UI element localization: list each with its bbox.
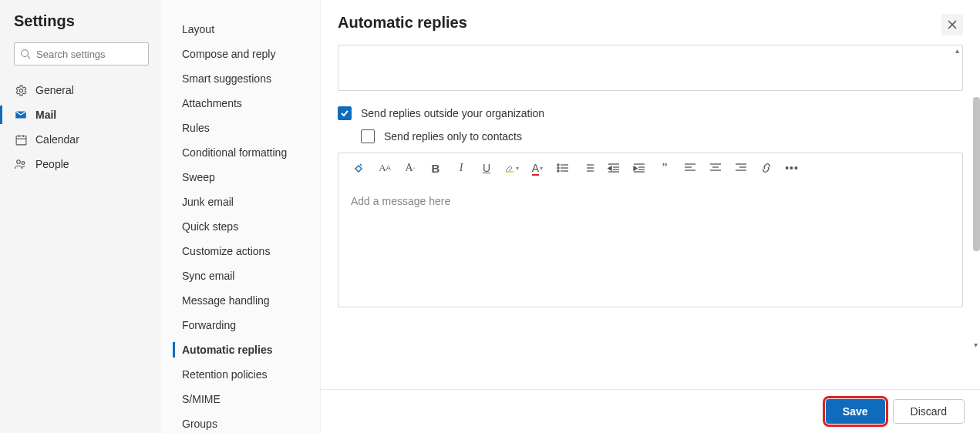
settings-title: Settings bbox=[14, 12, 149, 30]
paint-format-icon[interactable] bbox=[352, 161, 366, 175]
sub-layout[interactable]: Layout bbox=[160, 17, 320, 42]
gear-icon bbox=[14, 83, 28, 97]
people-icon bbox=[14, 157, 28, 171]
checkbox-contacts[interactable] bbox=[361, 129, 375, 143]
sub-junk[interactable]: Junk email bbox=[160, 190, 320, 214]
search-input[interactable] bbox=[14, 42, 149, 65]
check-icon bbox=[340, 109, 349, 118]
editor-placeholder: Add a message here bbox=[351, 195, 450, 207]
close-button[interactable] bbox=[941, 14, 963, 35]
scrollbar-thumb[interactable] bbox=[973, 97, 980, 251]
sub-autoreplies[interactable]: Automatic replies bbox=[160, 337, 320, 362]
calendar-icon bbox=[14, 133, 28, 146]
page-title: Automatic replies bbox=[338, 14, 467, 32]
font-size-icon[interactable]: A◦ bbox=[403, 161, 417, 175]
svg-point-0 bbox=[22, 50, 29, 57]
quote-icon[interactable]: ” bbox=[658, 161, 672, 175]
checkbox-outside-label: Send replies outside your organization bbox=[361, 107, 544, 119]
mail-settings-list: Layout Compose and reply Smart suggestio… bbox=[160, 0, 321, 433]
align-left-icon[interactable] bbox=[683, 161, 697, 175]
svg-point-16 bbox=[557, 167, 559, 169]
sub-quicksteps[interactable]: Quick steps bbox=[160, 214, 320, 239]
sub-retention[interactable]: Retention policies bbox=[160, 362, 320, 387]
scroll-down-icon[interactable]: ▾ bbox=[974, 341, 978, 349]
mail-icon bbox=[14, 108, 28, 122]
nav-calendar-label: Calendar bbox=[35, 133, 79, 146]
footer: Save Discard bbox=[321, 389, 980, 433]
search-wrap bbox=[14, 42, 149, 65]
settings-sidebar: Settings General Mail Calendar People bbox=[0, 0, 160, 433]
sub-rules[interactable]: Rules bbox=[160, 116, 320, 140]
nav-general[interactable]: General bbox=[14, 78, 149, 102]
sub-smart[interactable]: Smart suggestions bbox=[160, 66, 320, 91]
checkbox-row-outside: Send replies outside your organization bbox=[338, 106, 963, 120]
outdent-icon[interactable] bbox=[607, 161, 621, 175]
svg-point-15 bbox=[557, 164, 559, 166]
more-icon[interactable]: ••• bbox=[785, 161, 799, 175]
checkbox-outside[interactable] bbox=[338, 106, 352, 120]
indent-icon[interactable] bbox=[632, 161, 646, 175]
sub-sync[interactable]: Sync email bbox=[160, 263, 320, 288]
nav-general-label: General bbox=[35, 84, 74, 96]
editor-textarea[interactable]: Add a message here bbox=[338, 183, 962, 307]
sub-attachments[interactable]: Attachments bbox=[160, 91, 320, 116]
sub-handling[interactable]: Message handling bbox=[160, 288, 320, 313]
underline-icon[interactable]: U bbox=[480, 161, 493, 175]
svg-point-7 bbox=[17, 160, 21, 164]
svg-point-2 bbox=[19, 89, 22, 92]
highlight-icon[interactable]: ▾ bbox=[505, 161, 519, 175]
search-icon bbox=[20, 49, 31, 59]
nav-calendar[interactable]: Calendar bbox=[14, 127, 149, 152]
main-header: Automatic replies bbox=[321, 0, 980, 45]
align-right-icon[interactable] bbox=[734, 161, 748, 175]
save-button[interactable]: Save bbox=[826, 399, 885, 424]
nav-mail-label: Mail bbox=[35, 109, 56, 121]
bullet-list-icon[interactable] bbox=[556, 161, 570, 175]
sub-smime[interactable]: S/MIME bbox=[160, 387, 320, 411]
bold-icon[interactable]: B bbox=[429, 161, 443, 175]
svg-rect-11 bbox=[506, 171, 514, 173]
sub-groups[interactable]: Groups bbox=[160, 411, 320, 433]
checkbox-contacts-label: Send replies only to contacts bbox=[384, 130, 522, 143]
close-icon bbox=[947, 19, 958, 30]
nav-people-label: People bbox=[35, 158, 69, 170]
align-center-icon[interactable] bbox=[709, 161, 722, 175]
font-family-icon[interactable]: AA bbox=[378, 161, 392, 175]
svg-rect-3 bbox=[16, 136, 26, 144]
svg-marker-25 bbox=[608, 166, 611, 170]
scroll-up-icon[interactable]: ▴ bbox=[955, 47, 959, 55]
discard-button[interactable]: Discard bbox=[893, 399, 965, 424]
svg-point-8 bbox=[22, 162, 25, 165]
sub-forwarding[interactable]: Forwarding bbox=[160, 313, 320, 337]
italic-icon[interactable]: I bbox=[454, 161, 468, 175]
sub-conditional[interactable]: Conditional formatting bbox=[160, 140, 320, 165]
svg-line-1 bbox=[28, 56, 31, 59]
external-reply-editor: AA A◦ B I U ▾ A▾ ” ••• Add a message her… bbox=[338, 153, 963, 307]
link-icon[interactable] bbox=[759, 161, 773, 175]
sub-compose[interactable]: Compose and reply bbox=[160, 42, 320, 66]
content-body: ▴ Send replies outside your organization… bbox=[321, 45, 980, 389]
nav-people[interactable]: People bbox=[14, 152, 149, 176]
sub-customize[interactable]: Customize actions bbox=[160, 239, 320, 263]
editor-toolbar: AA A◦ B I U ▾ A▾ ” ••• bbox=[338, 153, 962, 183]
sub-sweep[interactable]: Sweep bbox=[160, 165, 320, 190]
svg-marker-30 bbox=[634, 166, 637, 170]
svg-point-17 bbox=[557, 170, 559, 172]
font-color-icon[interactable]: A▾ bbox=[530, 161, 544, 175]
scrollbar[interactable]: ▾ bbox=[973, 97, 980, 338]
nav-mail[interactable]: Mail bbox=[14, 102, 149, 127]
checkbox-row-contacts: Send replies only to contacts bbox=[361, 129, 963, 143]
numbered-list-icon[interactable] bbox=[581, 161, 595, 175]
main-panel: Automatic replies ▴ Send replies outside… bbox=[321, 0, 980, 433]
internal-reply-editor-bottom[interactable]: ▴ bbox=[338, 45, 963, 91]
